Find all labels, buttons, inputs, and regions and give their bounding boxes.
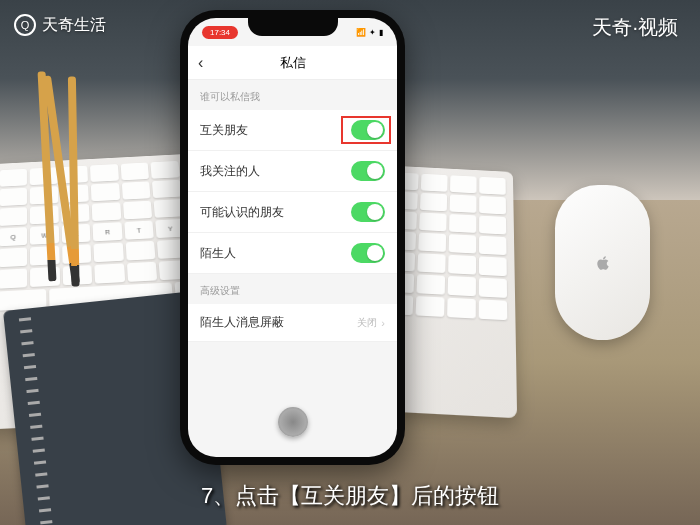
toggle-strangers[interactable] bbox=[351, 243, 385, 263]
watermark-icon: Q bbox=[14, 14, 36, 36]
row-strangers[interactable]: 陌生人 bbox=[188, 233, 397, 274]
tutorial-frame: QWERTY 17:34 📶 ✦ ▮ bbox=[0, 0, 700, 525]
row-following[interactable]: 我关注的人 bbox=[188, 151, 397, 192]
apple-logo-icon bbox=[594, 254, 612, 272]
row-may-know[interactable]: 可能认识的朋友 bbox=[188, 192, 397, 233]
nav-bar: ‹ 私信 bbox=[188, 46, 397, 80]
apple-mouse bbox=[555, 185, 650, 340]
row-stranger-block[interactable]: 陌生人消息屏蔽 关闭 › bbox=[188, 304, 397, 342]
tutorial-caption: 7、点击【互关朋友】后的按钮 bbox=[201, 481, 499, 511]
toggle-mutual-friends[interactable] bbox=[351, 120, 385, 140]
nav-title: 私信 bbox=[188, 54, 397, 72]
signal-icon: 📶 bbox=[356, 28, 366, 37]
row-mutual-friends[interactable]: 互关朋友 bbox=[188, 110, 397, 151]
toggle-may-know[interactable] bbox=[351, 202, 385, 222]
toggle-following[interactable] bbox=[351, 161, 385, 181]
watermark-left-text: 天奇生活 bbox=[42, 15, 106, 36]
watermark-left: Q 天奇生活 bbox=[14, 14, 106, 36]
section-advanced: 高级设置 bbox=[188, 274, 397, 304]
assistive-touch-button[interactable] bbox=[278, 407, 308, 437]
row-label: 互关朋友 bbox=[200, 122, 248, 139]
row-label: 我关注的人 bbox=[200, 163, 260, 180]
status-icons: 📶 ✦ ▮ bbox=[356, 28, 383, 37]
row-label: 陌生人 bbox=[200, 245, 236, 262]
status-time: 17:34 bbox=[202, 26, 238, 39]
row-label: 陌生人消息屏蔽 bbox=[200, 314, 284, 331]
row-value: 关闭 bbox=[357, 316, 377, 330]
phone-notch bbox=[248, 18, 338, 36]
phone-mockup: 17:34 📶 ✦ ▮ ‹ 私信 谁可以私信我 互关朋友 bbox=[180, 10, 405, 465]
wifi-icon: ✦ bbox=[369, 28, 376, 37]
chevron-right-icon: › bbox=[381, 317, 385, 329]
section-who-can-dm: 谁可以私信我 bbox=[188, 80, 397, 110]
back-button[interactable]: ‹ bbox=[198, 54, 203, 72]
row-label: 可能认识的朋友 bbox=[200, 204, 284, 221]
watermark-right: 天奇·视频 bbox=[592, 14, 678, 41]
battery-icon: ▮ bbox=[379, 28, 383, 37]
